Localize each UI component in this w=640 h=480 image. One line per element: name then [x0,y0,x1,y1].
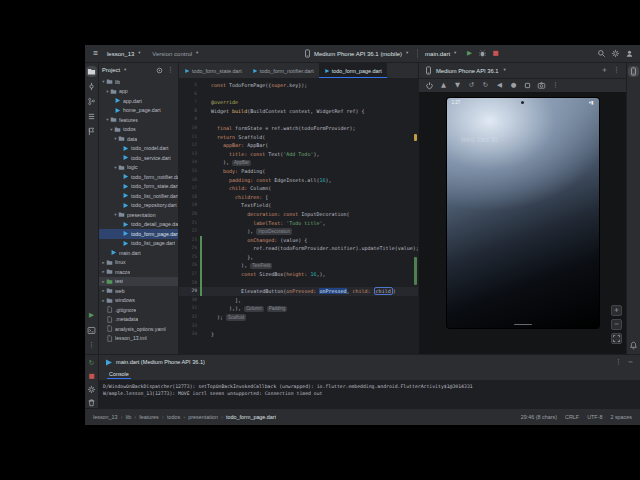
tree-item-home_page.dart[interactable]: home_page.dart [99,106,178,116]
gear-icon[interactable] [611,49,620,58]
code-line-13[interactable]: 13 title: const Text('Add Todo'), [179,150,418,159]
square-icon[interactable] [523,81,532,90]
code-line-34[interactable]: 34 } [179,330,418,339]
project-widget[interactable]: lesson_13 ▾ [104,50,145,58]
status-item[interactable]: 29:46 (8 chars) [521,414,557,420]
tree-item-todo_model.dart[interactable]: todo_model.dart [99,144,178,154]
tree-item-lib[interactable]: ▾lib [99,77,178,87]
code-line-8[interactable]: 8 Widget build(BuildContext context, Wid… [179,107,418,116]
code-line-19[interactable]: 19 TextField( [179,201,418,210]
tree-item-todo_form_state.dart[interactable]: todo_form_state.dart [99,182,178,192]
tree-item-macos[interactable]: ▸macos [99,267,178,277]
run-tab-label[interactable]: main.dart (Medium Phone API 36.1) [116,359,205,365]
breadcrumb-item[interactable]: lesson_13 [93,414,118,420]
terminal-icon[interactable] [87,326,96,335]
phone-icon[interactable] [629,67,638,76]
editor-tab-todo_form_page.dart[interactable]: todo_form_page.dart [319,63,387,78]
code-line-28[interactable]: 28 [179,279,418,288]
tree-item-linux[interactable]: ▸linux [99,258,178,268]
more-icon[interactable]: ⋮ [551,81,560,90]
tree-item-app[interactable]: ▾app [99,87,178,97]
code-line-32[interactable]: 32 );Scaffold [179,313,418,322]
gear-icon[interactable] [87,385,96,394]
structure-icon[interactable] [87,112,96,121]
plus-icon[interactable]: + [600,66,609,75]
tree-item-todo_repository.dart[interactable]: todo_repository.dart [99,201,178,211]
main-menu-icon[interactable]: ≡ [91,49,100,58]
tree-item-.metadata[interactable]: .metadata [99,315,178,325]
code-line-29[interactable]: 29 ElevatedButton(onPressed: onPressed, … [179,287,418,296]
code-line-14[interactable]: 14 ),AppBar [179,158,418,167]
tree-item-.gitignore[interactable]: .gitignore [99,305,178,315]
code-line-7[interactable]: 7 @override [179,98,418,107]
home-icon[interactable]: ● [509,81,518,90]
camera-icon[interactable] [537,81,546,90]
rerun-icon[interactable]: ↻ [87,359,96,368]
running-devices-header[interactable]: Medium Phone API 36.1 ▾ +⋮ [419,63,626,79]
code-line-6[interactable]: 6 [179,90,418,99]
code-line-24[interactable]: 24 ref.read(todoFormProvider.notifier).u… [179,244,418,253]
code-line-11[interactable]: 11 return Scaffold( [179,133,418,142]
stop-icon[interactable]: ■ [87,372,96,381]
tree-item-todo_service.dart[interactable]: todo_service.dart [99,153,178,163]
emulator-screen[interactable]: 1:27 ▾▮ Wed, Dec 31 [447,98,599,328]
editor-tab-todo_form_state.dart[interactable]: todo_form_state.dart [179,63,247,78]
power-icon[interactable] [425,81,434,90]
tree-item-windows[interactable]: ▸windows [99,296,178,306]
status-item[interactable]: CRLF [565,414,579,420]
tree-item-todo_list_notifier.dart[interactable]: todo_list_notifier.dart [99,191,178,201]
more-icon[interactable]: ⋮ [87,341,96,350]
code-line-18[interactable]: 18 children: [ [179,193,418,202]
code-line-27[interactable]: 27 const SizedBox(height: 16,), [179,270,418,279]
vcs-widget[interactable]: Version control ▾ [149,50,203,58]
breadcrumb-item[interactable]: presentation [188,414,218,420]
tree-item-todos[interactable]: ▾todos [99,125,178,135]
editor-tab-todo_form_notifier.dart[interactable]: todo_form_notifier.dart [247,63,319,78]
tree-item-app.dart[interactable]: app.dart [99,96,178,106]
stop-icon[interactable]: ■ [491,49,500,58]
bell-icon[interactable] [629,341,638,350]
branch-icon[interactable] [87,97,96,106]
tree-item-main.dart[interactable]: main.dart [99,248,178,258]
tree-item-presentation[interactable]: ▾presentation [99,210,178,220]
tree-item-todo_form_page.dart[interactable]: todo_form_page.dart [99,229,178,239]
code-line-20[interactable]: 20 decoration: const InputDecoration( [179,210,418,219]
breadcrumb-item[interactable]: lib [126,414,131,420]
code-area[interactable]: 5 const TodoFormPage({super.key});67 @ov… [179,79,418,354]
commit-icon[interactable] [87,82,96,91]
locate-icon[interactable] [155,66,164,75]
play-icon[interactable]: ▶ [87,311,96,320]
volume-up-icon[interactable]: ▲ [439,81,448,90]
code-line-15[interactable]: 15 body: Padding( [179,167,418,176]
breadcrumb-item[interactable]: todo_form_page.dart [226,414,276,420]
tree-item-todo_form_notifier.dart[interactable]: todo_form_notifier.dart [99,172,178,182]
code-line-33[interactable]: 33 [179,322,418,331]
code-line-9[interactable]: 9 [179,115,418,124]
code-line-30[interactable]: 30 ], [179,296,418,305]
bug-icon[interactable] [478,49,487,58]
volume-down-icon[interactable]: ▼ [453,81,462,90]
run-config-selector[interactable]: main.dart ▾ [422,50,461,58]
code-line-31[interactable]: 31 ),),ColumnPadding [179,304,418,313]
more-icon[interactable]: ⋮ [612,66,621,75]
breadcrumb-item[interactable]: todos [167,414,180,420]
code-line-22[interactable]: 22 ),InputDecoration [179,227,418,236]
more-icon[interactable]: ⋮ [614,358,623,367]
breadcrumb-item[interactable]: features [139,414,158,420]
status-item[interactable]: 2 spaces [610,414,632,420]
fit-icon[interactable] [611,333,622,344]
rotate-left-icon[interactable]: ↺ [467,81,476,90]
rotate-right-icon[interactable]: ↻ [481,81,490,90]
tree-item-lesson_13.iml[interactable]: lesson_13.iml [99,334,178,344]
tree-item-logic[interactable]: ▾logic [99,163,178,173]
tree-item-todo_detail_page.dart[interactable]: todo_detail_page.dart [99,220,178,230]
minus-icon[interactable]: − [611,319,622,330]
code-line-12[interactable]: 12 appBar: AppBar( [179,141,418,150]
more-icon[interactable]: ⋮ [166,66,175,75]
back-icon[interactable]: ◀ [495,81,504,90]
code-line-23[interactable]: 23 onChanged: (value) { [179,236,418,245]
avatar-icon[interactable] [625,49,634,58]
trash-icon[interactable] [87,398,96,407]
code-line-21[interactable]: 21 labelText: 'Todo title', [179,219,418,228]
device-selector[interactable]: Medium Phone API 36.1 (mobile) ▾ [300,48,413,59]
